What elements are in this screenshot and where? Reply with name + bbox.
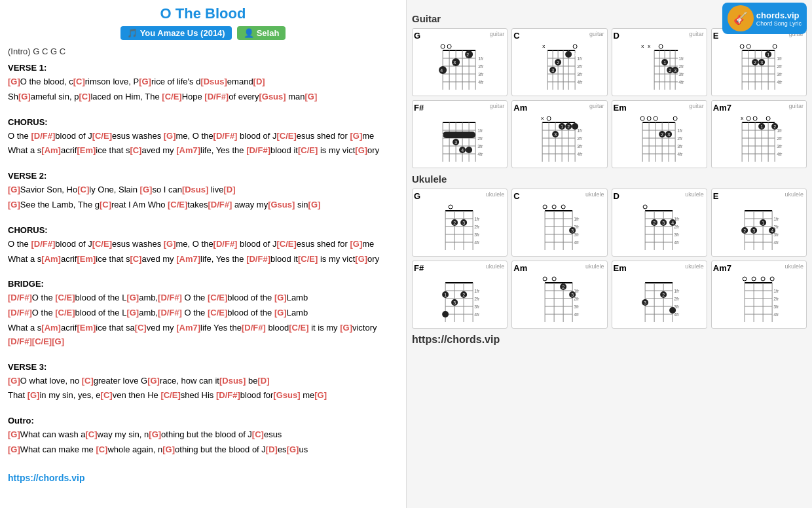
chord[interactable]: [G] [149,429,161,439]
chord[interactable]: [G] [28,390,40,400]
chord[interactable]: [G] [8,185,20,194]
chord[interactable]: [C/E] [160,390,180,400]
chord[interactable]: [G] [8,429,20,439]
chord[interactable]: [C] [82,376,94,386]
chord[interactable]: [D/F#] [213,239,238,249]
chord[interactable]: [G] [164,131,176,141]
chord[interactable]: [D] [258,376,270,386]
chord[interactable]: [C] [100,200,111,209]
chord[interactable]: [G] [147,376,160,386]
chord[interactable]: [Em] [77,254,96,264]
chord[interactable]: [G] [308,200,321,209]
chord[interactable]: [C/E] [32,336,52,346]
chord[interactable]: [Gsus] [273,390,300,400]
chord[interactable]: [Dsus] [219,376,246,386]
chord[interactable]: [D/F#] [216,390,240,400]
chord[interactable]: [C] [73,77,85,86]
chord[interactable]: [C] [135,323,147,333]
chord[interactable]: [G] [8,200,20,209]
chord[interactable]: [C/E] [208,308,227,318]
chord[interactable]: [D/F#] [158,308,182,318]
chord[interactable]: [G] [52,336,64,346]
site-url-right[interactable]: https://chords.vip [412,334,807,346]
chord[interactable]: [C/E] [208,293,227,302]
chord[interactable]: [D] [266,444,278,454]
footer-url[interactable]: https://chords.vip [8,473,398,483]
chord[interactable]: [G] [350,131,362,141]
verse2-line2: [G]See the Lamb, The g[C]reat I Am Who [… [8,198,398,212]
chord[interactable]: [D/F#] [8,308,32,318]
chord[interactable]: [G] [355,145,367,155]
chord[interactable]: [G] [126,308,139,318]
chord[interactable]: [D/F#] [8,336,32,346]
chord[interactable]: [G] [18,92,31,101]
chord[interactable]: [Am7] [176,145,200,155]
chord-box-uke-E: E ukulele 1fr [711,189,807,257]
chord[interactable]: [D/F#] [242,323,266,333]
chord[interactable]: [Am] [41,145,61,155]
chord[interactable]: [C] [77,185,89,194]
chord[interactable]: [C/E] [55,308,75,318]
chord[interactable]: [D/F#] [204,92,229,101]
chord[interactable]: [G] [164,239,176,249]
chord[interactable]: [D/F#] [8,293,32,302]
svg-text:3fr: 3fr [777,144,783,149]
chord[interactable]: [Dsus] [182,185,208,194]
chord[interactable]: [D/F#] [213,131,238,141]
chord[interactable]: [G] [305,92,318,101]
chord[interactable]: [C] [101,390,113,400]
chord[interactable]: [C/E] [276,239,296,249]
chord[interactable]: [C/E] [298,254,318,264]
chord[interactable]: [D/F#] [208,200,232,209]
chord[interactable]: [G] [8,444,20,454]
chord[interactable]: [Am7] [176,254,200,264]
chord[interactable]: [C] [86,429,98,439]
chord[interactable]: [G] [340,323,352,333]
chord[interactable]: [G] [8,77,20,86]
chord[interactable]: [Gsus] [268,200,295,209]
chord[interactable]: [Dsus] [200,77,227,86]
svg-point-49 [659,45,663,48]
chord[interactable]: [C/E] [162,92,181,101]
chord[interactable]: [Em] [77,323,96,333]
chord[interactable]: [C] [96,444,107,454]
chord[interactable]: [D/F#] [31,239,55,249]
chord[interactable]: [G] [126,293,139,302]
chord[interactable]: [G] [355,254,367,264]
chord[interactable]: [G] [314,390,327,400]
chord[interactable]: [Am7] [176,323,200,333]
album-badge[interactable]: 🎵 You Amaze Us (2014) [120,26,232,40]
chord[interactable]: [C/E] [92,239,112,249]
chord[interactable]: [C/E] [289,323,308,333]
chord[interactable]: [D/F#] [246,254,270,264]
chord[interactable]: [D/F#] [246,145,270,155]
chord[interactable]: [D] [223,185,235,194]
chord[interactable]: [D] [253,77,265,86]
chord[interactable]: [Gsus] [259,92,286,101]
chord[interactable]: [G] [162,444,175,454]
chord[interactable]: [C] [130,254,141,264]
chord[interactable]: [C/E] [168,200,187,209]
artist-badge[interactable]: 👤 Selah [237,26,286,40]
chord[interactable]: [C/E] [55,293,75,302]
logo-text: chords.vip [756,10,802,20]
chord[interactable]: [G] [350,239,362,249]
chord[interactable]: [C] [252,429,264,439]
chord[interactable]: [Em] [77,145,96,155]
chord[interactable]: [G] [8,376,20,386]
chord[interactable]: [C/E] [276,131,296,141]
svg-text:2: 2 [453,221,456,225]
chord[interactable]: [C/E] [298,145,318,155]
chord[interactable]: [G] [140,185,153,194]
chord[interactable]: [D/F#] [158,293,182,302]
chord[interactable]: [G] [274,308,287,318]
chord[interactable]: [G] [139,77,151,86]
chord[interactable]: [C] [79,92,90,101]
chord[interactable]: [D/F#] [31,131,55,141]
chord[interactable]: [Am] [41,254,61,264]
chord[interactable]: [Am] [41,323,61,333]
chord[interactable]: [G] [287,444,299,454]
chord[interactable]: [C] [130,145,141,155]
chord[interactable]: [C/E] [92,131,112,141]
chord[interactable]: [G] [274,293,287,302]
